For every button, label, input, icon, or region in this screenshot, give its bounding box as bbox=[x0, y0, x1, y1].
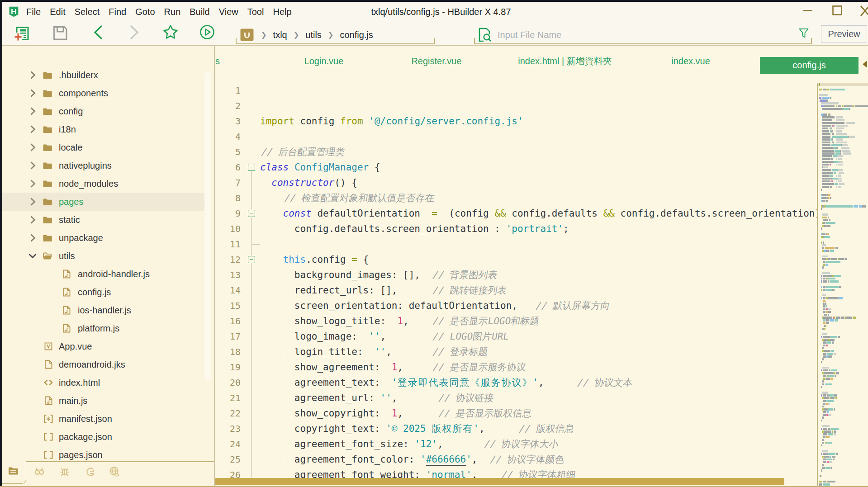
chevron-right-icon[interactable] bbox=[27, 214, 38, 225]
forward-icon[interactable] bbox=[126, 24, 142, 40]
menu-view[interactable]: View bbox=[219, 2, 238, 22]
tree-item-static[interactable]: static bbox=[2, 211, 206, 229]
fold-end-tick bbox=[251, 244, 260, 245]
chevron-right-icon[interactable] bbox=[27, 88, 38, 99]
tree-item-app-vue[interactable]: App.vue bbox=[2, 337, 206, 355]
minimap-line bbox=[839, 258, 844, 260]
fold-marker-line-12[interactable] bbox=[248, 256, 255, 263]
minimap-line bbox=[822, 122, 844, 124]
tree-item-components[interactable]: components bbox=[2, 84, 206, 102]
chevron-right-icon[interactable] bbox=[27, 160, 38, 171]
minimap-line bbox=[832, 133, 834, 135]
minimap-line bbox=[822, 183, 834, 185]
tree-item-label: App.vue bbox=[59, 337, 92, 355]
tree-item-main-js[interactable]: main.js bbox=[2, 392, 206, 410]
tree-scrollbar[interactable] bbox=[204, 72, 211, 381]
tree-item-platform-js[interactable]: platform.js bbox=[2, 319, 206, 337]
breadcrumb-item[interactable]: txlq bbox=[273, 30, 287, 40]
tree-item-ios-handler-js[interactable]: ios-handler.js bbox=[2, 301, 206, 319]
run-icon[interactable] bbox=[199, 24, 215, 40]
favorite-star-icon[interactable] bbox=[163, 24, 178, 40]
minimap-line bbox=[821, 278, 822, 280]
minimap-line bbox=[854, 205, 858, 208]
activity-sync-icon[interactable] bbox=[84, 465, 96, 478]
activity-debug-icon[interactable] bbox=[58, 465, 71, 478]
close-icon[interactable] bbox=[859, 3, 868, 19]
minimap-line bbox=[825, 303, 827, 305]
chevron-right-icon[interactable] bbox=[27, 178, 38, 189]
file-search-bar[interactable]: Input File Name bbox=[474, 26, 812, 44]
breadcrumb-item[interactable]: utils bbox=[305, 30, 322, 40]
tree-item--hbuilderx[interactable]: .hbuilderx bbox=[2, 66, 206, 84]
breadcrumb-item[interactable]: config.js bbox=[340, 30, 373, 40]
menu-select[interactable]: Select bbox=[75, 2, 100, 22]
tree-item-pages[interactable]: pages bbox=[2, 193, 206, 211]
chevron-right-icon[interactable] bbox=[27, 196, 38, 207]
chevron-right-icon[interactable] bbox=[27, 232, 38, 243]
activity-search-icon[interactable] bbox=[33, 465, 46, 478]
minimize-icon[interactable] bbox=[801, 5, 815, 16]
horizontal-scrollbar[interactable] bbox=[215, 478, 784, 485]
menu-run[interactable]: Run bbox=[164, 2, 181, 22]
chevron-right-icon[interactable] bbox=[27, 70, 38, 80]
tree-item-demoandroid-jks[interactable]: demoandroid.jks bbox=[2, 355, 206, 374]
tree-item-unpackage[interactable]: unpackage bbox=[2, 229, 206, 247]
uni-app-logo-icon bbox=[240, 28, 254, 41]
maximize-icon[interactable] bbox=[830, 3, 844, 18]
minimap-line bbox=[823, 428, 827, 430]
minimap-line bbox=[838, 158, 842, 160]
tree-item-i18n[interactable]: i18n bbox=[2, 120, 206, 138]
code-line-9: const defaultOrientation = (config && co… bbox=[260, 206, 817, 221]
menu-help[interactable]: Help bbox=[273, 2, 291, 22]
chevron-right-icon[interactable] bbox=[27, 142, 38, 153]
code-area[interactable]: import config from '@/config/server.conf… bbox=[260, 83, 817, 486]
tree-item-index-html[interactable]: index.html bbox=[2, 374, 206, 392]
fold-marker-line-6[interactable] bbox=[248, 164, 255, 171]
menu-tool[interactable]: Tool bbox=[247, 2, 264, 22]
chevron-right-icon[interactable] bbox=[27, 124, 38, 135]
preview-button[interactable]: Preview bbox=[821, 25, 867, 43]
tab-login-vue[interactable]: Login.vue bbox=[304, 46, 344, 77]
tree-item-config[interactable]: config bbox=[2, 102, 206, 120]
minimap[interactable] bbox=[818, 46, 868, 486]
minimap-line bbox=[828, 275, 832, 277]
menu-file[interactable]: File bbox=[26, 2, 41, 22]
code-line-24: agreement_font_size: '12', // 协议字体大小 bbox=[260, 436, 557, 452]
menu-build[interactable]: Build bbox=[190, 2, 209, 22]
folder-icon bbox=[42, 70, 53, 80]
tab-index-vue[interactable]: index.vue bbox=[671, 46, 710, 77]
menu-find[interactable]: Find bbox=[109, 2, 126, 22]
activity-web-icon[interactable] bbox=[108, 465, 121, 478]
filter-icon[interactable] bbox=[798, 28, 809, 38]
tab-overflow-left[interactable]: s bbox=[215, 46, 220, 77]
minimap-line bbox=[821, 102, 839, 104]
tree-item-android-handler-js[interactable]: android-handler.js bbox=[2, 265, 206, 283]
minimap-line bbox=[842, 105, 844, 108]
minimap-line bbox=[823, 255, 828, 258]
minimap-line bbox=[822, 186, 829, 188]
tab-register-vue[interactable]: Register.vue bbox=[411, 46, 461, 77]
minimap-line bbox=[829, 369, 831, 372]
tree-item-package-json[interactable]: package.json bbox=[2, 428, 206, 446]
tree-item-manifest-json[interactable]: manifest.json bbox=[2, 410, 206, 428]
tree-item-utils[interactable]: utils bbox=[2, 247, 206, 265]
minimap-line bbox=[828, 194, 830, 196]
menu-goto[interactable]: Goto bbox=[135, 2, 155, 22]
new-file-icon[interactable] bbox=[14, 25, 30, 41]
fold-marker-line-9[interactable] bbox=[248, 210, 255, 217]
minimap-line bbox=[822, 406, 823, 408]
back-icon[interactable] bbox=[91, 24, 106, 40]
tab-index-html[interactable]: index.html | 新增資料夾 bbox=[518, 46, 612, 77]
chevron-down-icon[interactable] bbox=[27, 251, 38, 261]
minimap-line bbox=[838, 105, 842, 108]
save-icon[interactable] bbox=[52, 25, 68, 41]
minimap-line bbox=[822, 133, 830, 135]
menu-edit[interactable]: Edit bbox=[50, 2, 65, 22]
chevron-right-icon[interactable] bbox=[27, 106, 38, 117]
tree-item-config-js[interactable]: config.js bbox=[2, 283, 206, 301]
tree-item-locale[interactable]: locale bbox=[2, 138, 206, 156]
tree-item-node-modules[interactable]: node_modules bbox=[2, 175, 206, 193]
activity-files-icon[interactable] bbox=[7, 465, 20, 478]
search-input[interactable]: Input File Name bbox=[498, 30, 561, 40]
tree-item-nativeplugins[interactable]: nativeplugins bbox=[2, 156, 206, 175]
